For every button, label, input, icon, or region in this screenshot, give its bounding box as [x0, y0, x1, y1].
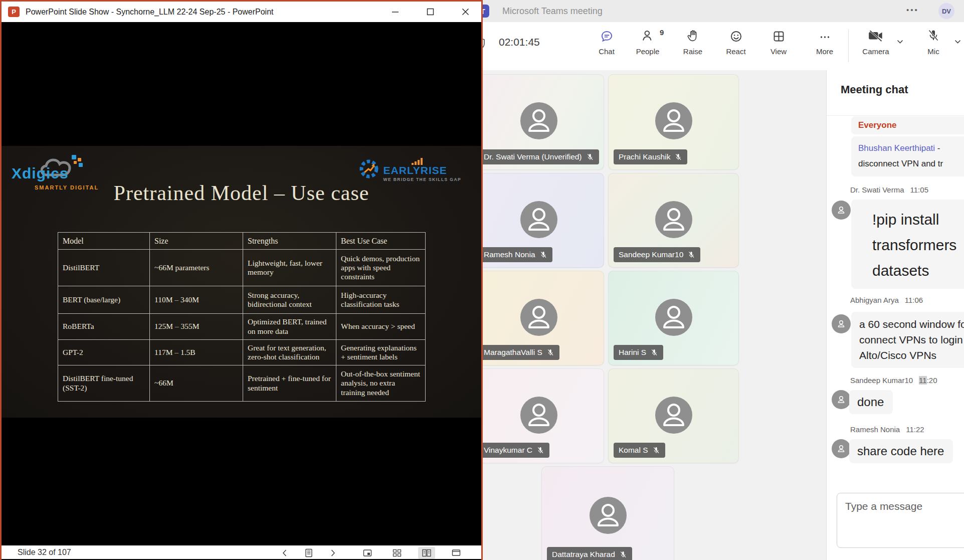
participant-tile[interactable]: Dr. Swati Verma (Unverified)	[473, 74, 604, 170]
more-button[interactable]: More	[807, 27, 843, 56]
slide-canvas: Xdigics SMARTLY DIGITAL EARLYRISE WE BRI…	[2, 146, 481, 418]
participant-tile[interactable]: Vinaykumar C	[473, 368, 604, 463]
slideshow-view-button[interactable]	[448, 547, 465, 559]
participant-name: Komal S	[619, 446, 648, 455]
participant-tile[interactable]: Ramesh Nonia	[473, 173, 604, 268]
powerpoint-window: P PowerPoint Slide Show - Synchorne_LLM …	[0, 0, 483, 560]
message-line: !pip install	[872, 207, 964, 232]
message-author: Dr. Swati Verma	[850, 185, 904, 194]
table-cell: ~66M parameters	[150, 250, 243, 286]
participant-name: MaragathaValli S	[484, 348, 542, 357]
participant-name: Sandeep Kumar10	[619, 250, 683, 259]
ppt-titlebar[interactable]: P PowerPoint Slide Show - Synchorne_LLM …	[2, 2, 481, 22]
participant-tile[interactable]: Harini S	[608, 271, 739, 365]
chat-message: done	[849, 390, 893, 414]
table-cell: GPT-2	[58, 340, 150, 365]
avatar-person-icon	[655, 201, 692, 238]
earlyrise-logo: EARLYRISE WE BRIDGE THE SKILLS GAP	[358, 158, 461, 182]
message-time: 11:06	[905, 296, 923, 304]
react-button[interactable]: React	[718, 27, 754, 56]
avatar-person-icon	[655, 397, 692, 434]
people-button[interactable]: 9 People	[630, 27, 666, 56]
table-cell: Pretrained + fine-tuned for sentiment	[243, 365, 336, 402]
message-author: Abhigyan Arya	[850, 296, 899, 304]
message-author: Ramesh Nonia	[850, 425, 900, 434]
message-meta: Sandeep Kumar1011:20	[850, 376, 937, 385]
slide-sorter-view-button[interactable]	[389, 547, 406, 559]
view-button[interactable]: View	[760, 27, 797, 56]
next-slide-button[interactable]	[324, 547, 341, 559]
message-line: datasets	[872, 258, 964, 283]
mic-muted-icon	[650, 348, 658, 356]
avatar-person-icon	[520, 201, 557, 238]
camera-off-icon	[858, 27, 894, 43]
column-header: Model	[58, 233, 150, 250]
user-avatar[interactable]: DV	[938, 3, 954, 19]
slide-counter: Slide 32 of 107	[18, 548, 71, 557]
highlighted-time: 11	[919, 376, 927, 385]
meeting-timer: 02:01:45	[499, 36, 540, 48]
close-button[interactable]	[456, 2, 475, 22]
participant-tile[interactable]: MaragathaValli S	[473, 271, 604, 365]
avatar-person-icon	[655, 102, 692, 139]
ppt-statusbar: Slide 32 of 107	[2, 545, 481, 559]
chat-message: Bhushan Keerthipati - disconnect VPN and…	[851, 136, 964, 176]
teams-window-title: Microsoft Teams meeting	[502, 0, 603, 22]
message-meta: Ramesh Nonia11:22	[850, 425, 924, 434]
participant-name: Dattatraya Kharad	[552, 550, 615, 559]
mic-options-chevron-icon[interactable]	[954, 37, 961, 46]
titlebar-menu-icon[interactable]: •••	[906, 0, 919, 22]
table-cell: High-accuracy classification tasks	[336, 286, 426, 314]
raise-label: Raise	[675, 47, 711, 56]
message-meta: Abhigyan Arya11:06	[850, 296, 923, 304]
table-cell: Strong accuracy, bidirectional context	[243, 286, 336, 314]
table-row: RoBERTa 125M – 355M Optimized BERT, trai…	[58, 314, 426, 340]
react-smiley-icon	[718, 27, 754, 43]
reading-view-button[interactable]	[418, 547, 435, 559]
minimize-button[interactable]	[385, 2, 405, 22]
model-comparison-table: Model Size Strengths Best Use Case Disti…	[58, 232, 426, 402]
participant-tile[interactable]: Sandeep Kumar10	[608, 173, 739, 268]
mic-off-icon	[915, 27, 951, 43]
table-row: DistilBERT ~66M parameters Lightweight, …	[58, 250, 426, 286]
camera-button[interactable]: Camera	[858, 27, 894, 56]
raise-hand-button[interactable]: Raise	[675, 27, 711, 56]
participant-name: Harini S	[619, 348, 646, 357]
chat-message: !pip install transformers datasets	[851, 200, 964, 289]
people-count-badge: 9	[660, 28, 664, 37]
chat-panel-title: Meeting chat	[841, 83, 908, 96]
table-cell: 125M – 355M	[150, 314, 243, 340]
mic-muted-icon	[586, 153, 594, 161]
normal-view-button[interactable]	[359, 547, 376, 559]
camera-options-chevron-icon[interactable]	[897, 37, 903, 46]
mic-muted-icon	[539, 251, 547, 259]
notes-button[interactable]	[300, 547, 317, 559]
avatar-person-icon	[590, 497, 627, 534]
chat-avatar-person-icon	[832, 390, 851, 409]
earlyrise-wordmark: EARLYRISE	[383, 165, 461, 176]
table-cell: DistilBERT fine-tuned (SST-2)	[58, 365, 150, 402]
table-row: GPT-2 117M – 1.5B Great for text generat…	[58, 340, 426, 365]
table-cell: When accuracy > speed	[336, 314, 426, 340]
logo-square	[78, 158, 81, 161]
person-mention[interactable]: Bhushan Keerthipati	[858, 143, 935, 153]
message-time: 11:20	[919, 376, 937, 385]
mic-button[interactable]: Mic	[915, 27, 951, 56]
participant-tile[interactable]: Prachi Kaushik	[608, 74, 739, 170]
column-header: Strengths	[243, 233, 336, 250]
avatar-person-icon	[520, 102, 557, 139]
everyone-mention[interactable]: Everyone	[858, 120, 897, 130]
chat-button[interactable]: Chat	[589, 27, 625, 56]
chat-message-input[interactable]	[837, 493, 964, 548]
message-time: 11:05	[910, 185, 928, 194]
chat-label: Chat	[589, 47, 625, 56]
chat-divider	[827, 115, 964, 116]
table-row: DistilBERT fine-tuned (SST-2) ~66M Pretr…	[58, 365, 426, 402]
view-grid-icon	[760, 27, 797, 43]
chat-message: a 60 second window fo connect VPNs to lo…	[851, 312, 964, 368]
previous-slide-button[interactable]	[276, 547, 293, 559]
participant-tile[interactable]: Komal S	[608, 368, 739, 463]
participant-tile[interactable]: Dattatraya Kharad	[541, 466, 674, 560]
avatar-person-icon	[520, 397, 557, 434]
maximize-button[interactable]	[421, 2, 440, 22]
